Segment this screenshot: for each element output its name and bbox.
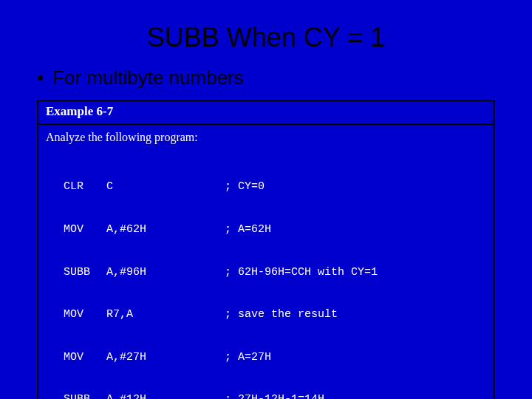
mnemonic: MOV [64, 307, 106, 321]
mnemonic: SUBB [64, 265, 106, 279]
example-box: Example 6-7 Analyze the following progra… [37, 100, 495, 399]
bullet-text: For multibyte numbers [52, 66, 244, 89]
code-block: CLRC; CY=0 MOVA,#62H; A=62H SUBBA,#96H; … [64, 151, 486, 399]
comment: ; CY=0 [225, 180, 265, 194]
code-line: CLRC; CY=0 [64, 180, 486, 194]
comment: ; 62H-96H=CCH with CY=1 [225, 265, 378, 279]
comment: ; A=27H [225, 350, 271, 364]
code-line: MOVA,#27H; A=27H [64, 350, 486, 364]
slide: SUBB When CY = 1 •For multibyte numbers … [0, 0, 532, 399]
operands: A,#12H [106, 392, 225, 399]
comment: ; 27H-12H-1=14H [225, 392, 324, 399]
operands: A,#27H [106, 350, 225, 364]
code-line: SUBBA,#12H; 27H-12H-1=14H [64, 392, 486, 399]
example-body: Analyze the following program: CLRC; CY=… [38, 125, 494, 399]
mnemonic: CLR [64, 180, 106, 194]
mnemonic: SUBB [64, 392, 106, 399]
bullet-dot-icon: • [37, 66, 44, 89]
slide-title: SUBB When CY = 1 [22, 22, 510, 53]
operands: R7,A [106, 307, 225, 321]
bullet-item: •For multibyte numbers [37, 66, 510, 89]
mnemonic: MOV [64, 350, 106, 364]
analyze-prompt: Analyze the following program: [46, 131, 486, 144]
code-line: MOVR7,A; save the result [64, 307, 486, 321]
comment: ; A=62H [225, 222, 271, 236]
operands: A,#96H [106, 265, 225, 279]
operands: C [106, 180, 225, 194]
example-header: Example 6-7 [38, 101, 494, 125]
code-line: SUBBA,#96H; 62H-96H=CCH with CY=1 [64, 265, 486, 279]
comment: ; save the result [225, 307, 338, 321]
code-line: MOVA,#62H; A=62H [64, 222, 486, 236]
mnemonic: MOV [64, 222, 106, 236]
operands: A,#62H [106, 222, 225, 236]
